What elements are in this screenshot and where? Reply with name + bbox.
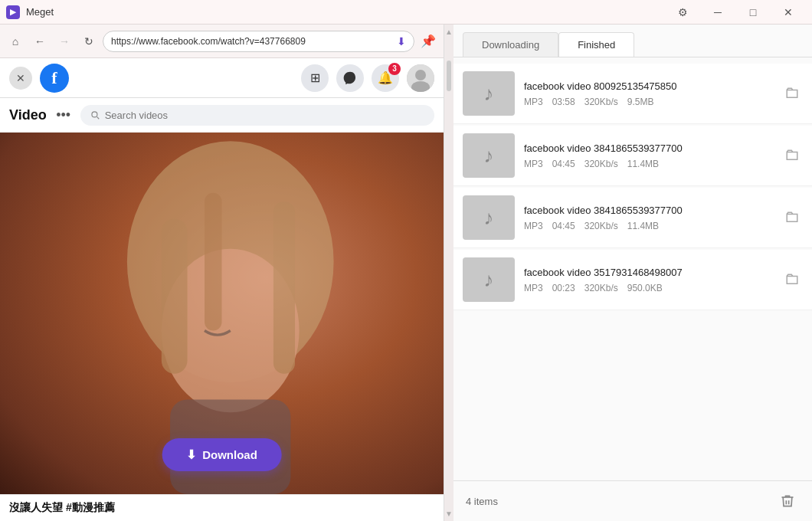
url-input[interactable] bbox=[111, 36, 392, 47]
svg-rect-7 bbox=[205, 193, 221, 331]
nav-bar: ⌂ ← → ↻ ⬇ 📌 bbox=[0, 25, 444, 58]
open-folder-button[interactable] bbox=[781, 145, 803, 166]
item-meta: MP3 00:23 320Kb/s 950.0KB bbox=[524, 283, 772, 293]
tab-bar: Downloading Finished bbox=[453, 25, 812, 57]
settings-button[interactable]: ⚙ bbox=[665, 0, 700, 25]
download-item: ♪ facebook video 3841865539377700 MP3 04… bbox=[453, 126, 812, 186]
item-name: facebook video 3841865539377700 bbox=[524, 205, 772, 216]
item-bitrate: 320Kb/s bbox=[584, 283, 618, 293]
item-bitrate: 320Kb/s bbox=[584, 97, 618, 107]
app-title: Meget bbox=[26, 6, 54, 18]
svg-rect-5 bbox=[162, 218, 188, 373]
item-info: facebook video 3841865539377700 MP3 04:4… bbox=[524, 205, 772, 231]
item-name: facebook video 3517931468498007 bbox=[524, 267, 772, 278]
download-url-icon[interactable]: ⬇ bbox=[397, 35, 406, 48]
trash-icon bbox=[780, 493, 795, 509]
forward-button[interactable]: → bbox=[54, 31, 75, 52]
download-button-label: Download bbox=[202, 448, 257, 461]
item-thumbnail: ♪ bbox=[463, 257, 515, 302]
tab-downloading[interactable]: Downloading bbox=[463, 32, 558, 57]
user-avatar[interactable] bbox=[407, 64, 434, 92]
item-thumbnail: ♪ bbox=[463, 133, 515, 178]
item-format: MP3 bbox=[524, 221, 543, 231]
video-section: Video ••• bbox=[0, 98, 444, 521]
browser-panel: ⌂ ← → ↻ ⬇ 📌 ✕ f ⊞ 🔔 3 bbox=[0, 25, 444, 521]
items-count: 4 items bbox=[466, 496, 498, 507]
item-meta: MP3 04:45 320Kb/s 11.4MB bbox=[524, 221, 772, 231]
item-format: MP3 bbox=[524, 283, 543, 293]
close-x-button[interactable]: ✕ bbox=[9, 67, 32, 90]
scroll-thumb[interactable] bbox=[447, 61, 451, 91]
item-meta: MP3 03:58 320Kb/s 9.5MB bbox=[524, 97, 772, 107]
item-duration: 03:58 bbox=[552, 97, 575, 107]
open-folder-button[interactable] bbox=[781, 269, 803, 290]
url-bar[interactable]: ⬇ bbox=[103, 31, 414, 52]
item-size: 950.0KB bbox=[627, 283, 663, 293]
open-folder-button[interactable] bbox=[781, 83, 803, 104]
facebook-toolbar: ✕ f ⊞ 🔔 3 bbox=[0, 58, 444, 98]
refresh-button[interactable]: ↻ bbox=[78, 31, 100, 52]
svg-rect-6 bbox=[273, 202, 295, 374]
title-bar-left: ▶ Meget bbox=[6, 5, 54, 19]
main-layout: ⌂ ← → ↻ ⬇ 📌 ✕ f ⊞ 🔔 3 bbox=[0, 25, 812, 521]
item-thumbnail: ♪ bbox=[463, 195, 515, 240]
music-icon: ♪ bbox=[484, 82, 494, 106]
item-format: MP3 bbox=[524, 97, 543, 107]
item-format: MP3 bbox=[524, 159, 543, 169]
messenger-icon-button[interactable] bbox=[336, 64, 364, 92]
app-icon: ▶ bbox=[6, 5, 20, 19]
video-section-title: Video bbox=[9, 107, 47, 123]
download-overlay: ⬇ Download bbox=[162, 438, 282, 471]
video-search-box[interactable] bbox=[80, 105, 434, 126]
item-size: 9.5MB bbox=[627, 97, 654, 107]
video-search-input[interactable] bbox=[105, 110, 425, 121]
right-panel: Downloading Finished ♪ facebook video 80… bbox=[453, 25, 812, 521]
right-footer: 4 items bbox=[453, 480, 812, 521]
home-button[interactable]: ⌂ bbox=[5, 31, 26, 52]
item-bitrate: 320Kb/s bbox=[584, 159, 618, 169]
item-info: facebook video 3841865539377700 MP3 04:4… bbox=[524, 143, 772, 169]
item-info: facebook video 800925135475850 MP3 03:58… bbox=[524, 80, 772, 107]
notification-badge: 3 bbox=[388, 63, 401, 75]
music-icon: ♪ bbox=[484, 144, 494, 168]
grid-icon-button[interactable]: ⊞ bbox=[301, 64, 329, 92]
item-name: facebook video 3841865539377700 bbox=[524, 143, 772, 154]
item-thumbnail: ♪ bbox=[463, 71, 515, 116]
maximize-button[interactable]: □ bbox=[735, 0, 771, 25]
music-icon: ♪ bbox=[484, 268, 494, 292]
item-duration: 00:23 bbox=[552, 283, 575, 293]
tab-finished[interactable]: Finished bbox=[558, 32, 634, 57]
minimize-button[interactable]: ─ bbox=[700, 0, 735, 25]
scroll-up-arrow[interactable]: ▲ bbox=[445, 28, 453, 36]
browser-scrollbar[interactable]: ▲ ▼ bbox=[444, 25, 453, 521]
open-folder-button[interactable] bbox=[781, 207, 803, 228]
more-options-button[interactable]: ••• bbox=[53, 104, 74, 126]
trash-button[interactable] bbox=[775, 489, 800, 513]
download-button[interactable]: ⬇ Download bbox=[162, 438, 282, 471]
download-item: ♪ facebook video 800925135475850 MP3 03:… bbox=[453, 64, 812, 124]
video-header: Video ••• bbox=[0, 98, 444, 133]
video-caption: 沒讓人失望 #動漫推薦 bbox=[0, 494, 444, 521]
item-name: facebook video 800925135475850 bbox=[524, 80, 772, 92]
item-size: 11.4MB bbox=[627, 221, 659, 231]
search-icon bbox=[90, 110, 100, 120]
item-meta: MP3 04:45 320Kb/s 11.4MB bbox=[524, 159, 772, 169]
close-button[interactable]: ✕ bbox=[771, 0, 806, 25]
item-duration: 04:45 bbox=[552, 159, 575, 169]
scroll-down-arrow[interactable]: ▼ bbox=[445, 510, 453, 518]
facebook-logo[interactable]: f bbox=[40, 64, 69, 93]
item-duration: 04:45 bbox=[552, 221, 575, 231]
item-info: facebook video 3517931468498007 MP3 00:2… bbox=[524, 267, 772, 293]
back-button[interactable]: ← bbox=[29, 31, 51, 52]
item-size: 11.4MB bbox=[627, 159, 659, 169]
download-item: ♪ facebook video 3841865539377700 MP3 04… bbox=[453, 188, 812, 248]
bell-icon-button[interactable]: 🔔 3 bbox=[372, 64, 399, 92]
svg-point-1 bbox=[415, 70, 426, 80]
music-icon: ♪ bbox=[484, 206, 494, 230]
download-list: ♪ facebook video 800925135475850 MP3 03:… bbox=[453, 57, 812, 480]
download-button-icon: ⬇ bbox=[186, 447, 196, 462]
pin-button[interactable]: 📌 bbox=[417, 31, 439, 52]
item-bitrate: 320Kb/s bbox=[584, 221, 618, 231]
video-player: ⬇ Download bbox=[0, 133, 444, 494]
download-item: ♪ facebook video 3517931468498007 MP3 00… bbox=[453, 250, 812, 310]
